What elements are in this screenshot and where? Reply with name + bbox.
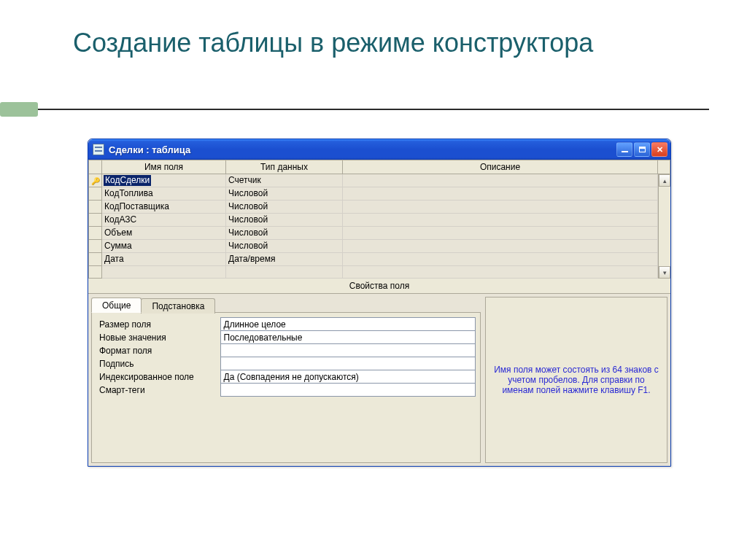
table-icon: [93, 144, 104, 155]
row-selector[interactable]: [89, 187, 102, 201]
table-row[interactable]: ОбъемЧисловой: [89, 227, 670, 240]
property-value[interactable]: [220, 357, 476, 370]
access-designer-window: Сделки : таблица ✕ Имя поля Тип данных О…: [88, 139, 671, 467]
table-row[interactable]: КодАЗСЧисловой: [89, 214, 670, 227]
property-label: Индексированное поле: [96, 370, 220, 384]
row-selector[interactable]: [89, 227, 102, 240]
field-type-cell[interactable]: Числовой: [226, 240, 343, 253]
row-selector-header[interactable]: [89, 160, 102, 174]
table-row[interactable]: КодТопливаЧисловой: [89, 187, 670, 201]
maximize-button[interactable]: [634, 142, 650, 157]
property-row: Новые значенияПоследовательные: [96, 331, 476, 344]
properties-panel: Размер поляДлинное целоеНовые значенияПо…: [91, 312, 481, 463]
field-type-cell[interactable]: Числовой: [226, 214, 343, 227]
field-type-cell[interactable]: Числовой: [226, 187, 343, 201]
row-selector[interactable]: 🔑: [89, 174, 102, 187]
property-label: Подпись: [96, 357, 220, 370]
field-type-cell[interactable]: Дата/время: [226, 253, 343, 266]
property-value[interactable]: [220, 384, 476, 397]
field-name-cell[interactable]: Сумма: [102, 240, 226, 253]
field-desc-cell[interactable]: [343, 174, 658, 187]
field-name-cell[interactable]: Объем: [102, 227, 226, 240]
tab-general[interactable]: Общие: [91, 298, 142, 313]
field-properties-pane: Общие Подстановка Размер поляДлинное цел…: [88, 294, 670, 466]
table-row[interactable]: КодПоставщикаЧисловой: [89, 201, 670, 214]
property-value[interactable]: Последовательные: [220, 331, 476, 344]
field-name-cell[interactable]: КодАЗС: [102, 214, 226, 227]
col-header-type[interactable]: Тип данных: [226, 160, 343, 174]
close-button[interactable]: ✕: [651, 142, 667, 157]
table-row[interactable]: СуммаЧисловой: [89, 240, 670, 253]
row-selector[interactable]: [89, 253, 102, 266]
property-row: Смарт-теги: [96, 384, 476, 397]
property-value[interactable]: [220, 344, 476, 357]
property-row: Индексированное полеДа (Совпадения не до…: [96, 370, 476, 384]
property-label: Формат поля: [96, 344, 220, 357]
row-selector[interactable]: [89, 240, 102, 253]
field-type-cell[interactable]: Числовой: [226, 227, 343, 240]
field-name-cell[interactable]: КодТоплива: [102, 187, 226, 201]
field-desc-cell[interactable]: [343, 227, 658, 240]
field-properties-header: Свойства поля: [88, 279, 670, 294]
vertical-scrollbar[interactable]: ▴ ▾: [658, 174, 670, 279]
field-desc-cell[interactable]: [343, 201, 658, 214]
property-value[interactable]: Длинное целое: [220, 318, 476, 331]
property-label: Смарт-теги: [96, 384, 220, 397]
primary-key-icon: 🔑: [91, 176, 100, 187]
field-type-cell[interactable]: Числовой: [226, 201, 343, 214]
row-selector[interactable]: [89, 201, 102, 214]
property-row: Подпись: [96, 357, 476, 370]
field-desc-cell[interactable]: [343, 187, 658, 201]
table-row[interactable]: ДатаДата/время: [89, 253, 670, 266]
field-name-cell[interactable]: [102, 266, 226, 279]
row-selector[interactable]: [89, 214, 102, 227]
tab-lookup[interactable]: Подстановка: [141, 298, 215, 314]
field-desc-cell[interactable]: [343, 214, 658, 227]
field-desc-cell[interactable]: [343, 253, 658, 266]
property-label: Размер поля: [96, 318, 220, 331]
property-row: Формат поля: [96, 344, 476, 357]
col-header-desc[interactable]: Описание: [343, 160, 658, 174]
field-type-cell[interactable]: [226, 266, 343, 279]
field-name-cell[interactable]: КодСделки: [102, 174, 226, 187]
property-value[interactable]: Да (Совпадения не допускаются): [220, 370, 476, 384]
field-type-cell[interactable]: Счетчик: [226, 174, 343, 187]
fields-grid[interactable]: Имя поля Тип данных Описание 🔑КодСделкиС…: [88, 160, 670, 279]
fields-grid-area: Имя поля Тип данных Описание 🔑КодСделкиС…: [88, 160, 670, 279]
help-text: Имя поля может состоять из 64 знаков с у…: [485, 297, 667, 463]
title-bar[interactable]: Сделки : таблица ✕: [88, 139, 670, 160]
scroll-up-button[interactable]: ▴: [659, 174, 670, 187]
row-selector[interactable]: [89, 266, 102, 279]
property-row: Размер поляДлинное целое: [96, 318, 476, 331]
field-name-cell[interactable]: КодПоставщика: [102, 201, 226, 214]
field-desc-cell[interactable]: [343, 266, 658, 279]
title-divider: [38, 109, 709, 110]
window-title: Сделки : таблица: [109, 144, 616, 155]
scroll-gutter: [658, 160, 670, 174]
minimize-button[interactable]: [616, 142, 632, 157]
field-desc-cell[interactable]: [343, 240, 658, 253]
accent-bullet: [0, 102, 38, 117]
scroll-down-button[interactable]: ▾: [659, 266, 670, 279]
property-label: Новые значения: [96, 331, 220, 344]
col-header-name[interactable]: Имя поля: [102, 160, 226, 174]
field-name-cell[interactable]: Дата: [102, 253, 226, 266]
table-row[interactable]: [89, 266, 670, 279]
slide-title: Создание таблицы в режиме конструктора: [73, 26, 593, 59]
table-row[interactable]: 🔑КодСделкиСчетчик: [89, 174, 670, 187]
